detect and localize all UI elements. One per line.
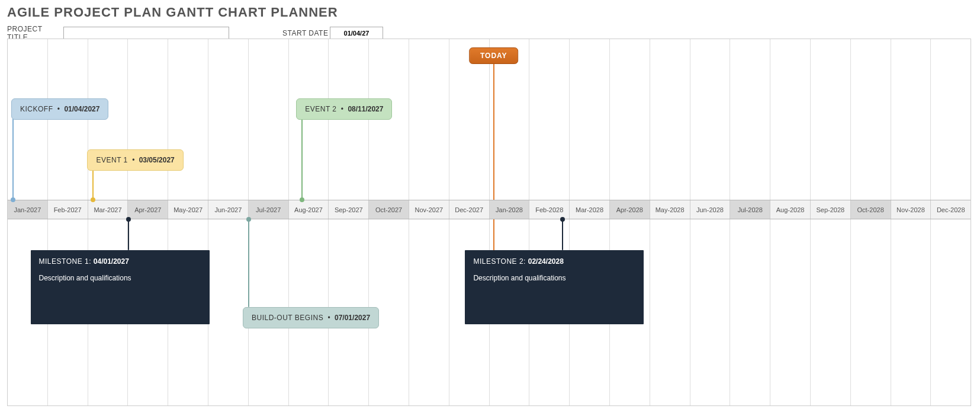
month-axis-label: Aug-2028 xyxy=(770,200,811,219)
kickoff-date: 01/04/2027 xyxy=(64,105,99,113)
buildout-dot xyxy=(246,217,251,222)
month-column xyxy=(128,39,168,405)
month-column xyxy=(529,39,570,405)
bullet-separator: • xyxy=(130,156,137,164)
month-column xyxy=(811,39,851,405)
month-axis-label: Feb-2027 xyxy=(48,200,88,219)
kickoff-name: KICKOFF xyxy=(20,105,53,113)
event1-date: 03/05/2027 xyxy=(139,156,175,164)
month-axis-label: May-2027 xyxy=(168,200,208,219)
month-axis-label: Jul-2027 xyxy=(249,200,289,219)
month-column xyxy=(289,39,329,405)
ms1-dot xyxy=(126,217,131,222)
ms1-date: 04/01/2027 xyxy=(94,257,129,266)
ms1-title: MILESTONE 1: 04/01/2027 xyxy=(39,257,201,266)
event2-date: 08/11/2027 xyxy=(348,105,383,113)
start-date-input[interactable] xyxy=(330,27,383,40)
month-axis-label: Mar-2027 xyxy=(88,200,128,219)
month-axis-label: Jan-2027 xyxy=(8,200,48,219)
ms1-name: MILESTONE 1: xyxy=(39,257,94,266)
month-axis-label: Dec-2027 xyxy=(449,200,490,219)
month-axis: Jan-2027Feb-2027Mar-2027Apr-2027May-2027… xyxy=(8,200,971,219)
month-axis-label: Sep-2027 xyxy=(329,200,369,219)
month-column xyxy=(208,39,249,405)
month-column xyxy=(490,39,530,405)
month-column xyxy=(409,39,449,405)
start-date-label: START DATE xyxy=(282,29,330,37)
event1-label[interactable]: EVENT 1 • 03/05/2027 xyxy=(87,149,183,171)
bullet-separator: • xyxy=(56,105,62,113)
month-column-background xyxy=(8,39,971,405)
event2-connector xyxy=(301,119,303,200)
ms2-title: MILESTONE 2: 02/24/2028 xyxy=(473,257,635,266)
buildout-connector xyxy=(248,219,249,307)
gantt-chart: Jan-2027Feb-2027Mar-2027Apr-2027May-2027… xyxy=(7,39,971,406)
month-axis-label: May-2028 xyxy=(650,200,690,219)
month-axis-label: Dec-2028 xyxy=(931,200,971,219)
month-axis-label: Jun-2028 xyxy=(690,200,731,219)
month-axis-label: Oct-2027 xyxy=(369,200,409,219)
kickoff-dot xyxy=(11,197,15,202)
event1-name: EVENT 1 xyxy=(96,156,127,164)
month-axis-label: Sep-2028 xyxy=(811,200,851,219)
buildout-date: 07/01/2027 xyxy=(335,314,370,322)
ms2-description: Description and qualifications xyxy=(473,274,635,282)
month-column xyxy=(770,39,811,405)
page-title: AGILE PROJECT PLAN GANTT CHART PLANNER xyxy=(7,5,973,20)
month-axis-label: Mar-2028 xyxy=(570,200,610,219)
month-axis-label: Apr-2028 xyxy=(610,200,650,219)
month-column xyxy=(891,39,931,405)
event2-label[interactable]: EVENT 2 • 08/11/2027 xyxy=(296,98,392,120)
bullet-separator: • xyxy=(326,314,332,322)
month-column xyxy=(88,39,128,405)
buildout-label[interactable]: BUILD-OUT BEGINS • 07/01/2027 xyxy=(243,307,379,328)
ms2-name: MILESTONE 2: xyxy=(473,257,528,266)
month-axis-label: Jun-2027 xyxy=(208,200,249,219)
month-column xyxy=(449,39,490,405)
project-title-input[interactable] xyxy=(63,27,229,40)
month-axis-label: Jan-2028 xyxy=(490,200,530,219)
month-column xyxy=(369,39,409,405)
month-column xyxy=(48,39,88,405)
month-column xyxy=(931,39,971,405)
month-axis-label: Nov-2028 xyxy=(891,200,931,219)
month-column xyxy=(329,39,369,405)
month-axis-label: Aug-2027 xyxy=(289,200,329,219)
month-axis-label: Nov-2027 xyxy=(409,200,449,219)
month-column xyxy=(650,39,690,405)
today-flag: TODAY xyxy=(469,47,519,64)
kickoff-label[interactable]: KICKOFF • 01/04/2027 xyxy=(11,98,108,120)
month-column xyxy=(8,39,48,405)
month-column xyxy=(570,39,610,405)
bullet-separator: • xyxy=(339,105,346,113)
month-axis-label: Feb-2028 xyxy=(529,200,570,219)
month-column xyxy=(690,39,731,405)
month-column xyxy=(168,39,208,405)
ms1-description: Description and qualifications xyxy=(39,274,201,282)
ms2-box[interactable]: MILESTONE 2: 02/24/2028Description and q… xyxy=(465,250,644,324)
month-column xyxy=(249,39,289,405)
month-axis-label: Jul-2028 xyxy=(730,200,770,219)
month-column xyxy=(730,39,770,405)
kickoff-connector xyxy=(12,119,14,200)
month-column xyxy=(851,39,891,405)
ms1-box[interactable]: MILESTONE 1: 04/01/2027Description and q… xyxy=(31,250,210,324)
month-axis-label: Apr-2027 xyxy=(128,200,168,219)
ms2-date: 02/24/2028 xyxy=(528,257,564,266)
event2-name: EVENT 2 xyxy=(305,105,336,113)
month-column xyxy=(610,39,650,405)
ms1-connector xyxy=(128,219,129,250)
buildout-name: BUILD-OUT BEGINS xyxy=(252,314,323,322)
month-axis-label: Oct-2028 xyxy=(851,200,891,219)
